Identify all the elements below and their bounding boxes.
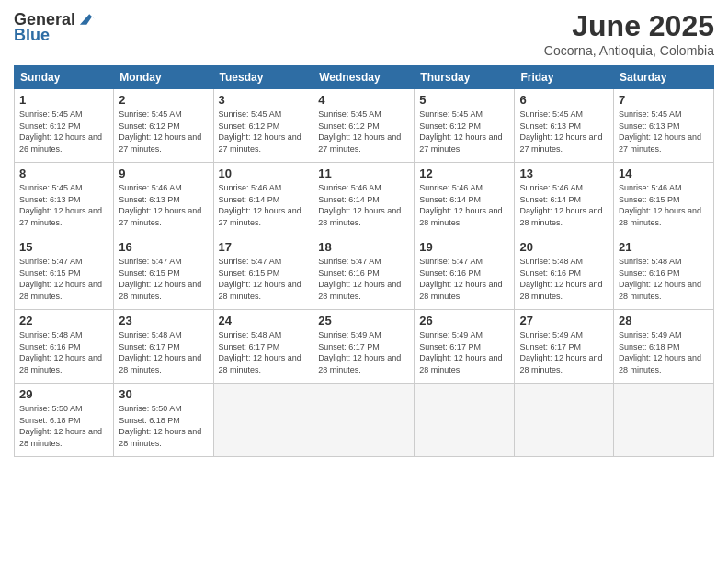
day-number: 4 [318,93,409,107]
calendar-cell: 14Sunrise: 5:46 AMSunset: 6:15 PMDayligh… [614,163,714,236]
calendar-cell: 9Sunrise: 5:46 AMSunset: 6:13 PMDaylight… [114,163,213,236]
calendar-cell [614,384,714,457]
calendar-cell: 15Sunrise: 5:47 AMSunset: 6:15 PMDayligh… [15,236,114,310]
subtitle: Cocorna, Antioquia, Colombia [544,43,714,58]
day-number: 16 [119,240,208,254]
col-header-wednesday: Wednesday [313,66,415,89]
day-info: Sunrise: 5:46 AMSunset: 6:14 PMDaylight:… [318,182,409,228]
day-number: 3 [219,93,309,107]
calendar-cell [313,384,415,457]
day-number: 30 [119,387,208,401]
calendar-cell: 4Sunrise: 5:45 AMSunset: 6:12 PMDaylight… [313,89,415,163]
day-number: 10 [219,167,309,180]
day-info: Sunrise: 5:46 AMSunset: 6:14 PMDaylight:… [219,182,309,228]
day-number: 11 [318,167,409,180]
day-info: Sunrise: 5:49 AMSunset: 6:17 PMDaylight:… [318,329,409,375]
calendar-cell: 27Sunrise: 5:49 AMSunset: 6:17 PMDayligh… [515,310,614,384]
calendar-week-row: 15Sunrise: 5:47 AMSunset: 6:15 PMDayligh… [15,236,714,310]
day-info: Sunrise: 5:45 AMSunset: 6:12 PMDaylight:… [219,109,309,155]
day-info: Sunrise: 5:45 AMSunset: 6:12 PMDaylight:… [318,109,409,155]
day-info: Sunrise: 5:46 AMSunset: 6:14 PMDaylight:… [519,182,609,228]
col-header-thursday: Thursday [415,66,515,89]
day-number: 23 [119,314,208,327]
day-info: Sunrise: 5:49 AMSunset: 6:18 PMDaylight:… [619,329,709,375]
day-number: 17 [219,240,309,254]
calendar-cell: 21Sunrise: 5:48 AMSunset: 6:16 PMDayligh… [614,236,714,310]
title-block: June 2025 Cocorna, Antioquia, Colombia [544,9,714,58]
day-number: 1 [19,93,108,107]
calendar-cell: 1Sunrise: 5:45 AMSunset: 6:12 PMDaylight… [15,89,114,163]
calendar-cell: 30Sunrise: 5:50 AMSunset: 6:18 PMDayligh… [114,384,213,457]
col-header-friday: Friday [515,66,614,89]
calendar-cell: 29Sunrise: 5:50 AMSunset: 6:18 PMDayligh… [15,384,114,457]
calendar-cell: 2Sunrise: 5:45 AMSunset: 6:12 PMDaylight… [114,89,213,163]
calendar-cell: 13Sunrise: 5:46 AMSunset: 6:14 PMDayligh… [515,163,614,236]
day-info: Sunrise: 5:48 AMSunset: 6:16 PMDaylight:… [519,256,609,302]
day-info: Sunrise: 5:49 AMSunset: 6:17 PMDaylight:… [419,329,509,375]
day-number: 7 [619,93,709,107]
day-number: 12 [419,167,509,180]
day-info: Sunrise: 5:47 AMSunset: 6:15 PMDaylight:… [219,256,309,302]
day-info: Sunrise: 5:45 AMSunset: 6:12 PMDaylight:… [119,109,208,155]
day-info: Sunrise: 5:47 AMSunset: 6:15 PMDaylight:… [119,256,208,302]
day-info: Sunrise: 5:47 AMSunset: 6:15 PMDaylight:… [19,256,108,302]
header: General Blue June 2025 Cocorna, Antioqui… [14,9,714,58]
day-number: 18 [318,240,409,254]
day-number: 5 [419,93,509,107]
calendar-week-row: 29Sunrise: 5:50 AMSunset: 6:18 PMDayligh… [15,384,714,457]
col-header-saturday: Saturday [614,66,714,89]
day-number: 14 [619,167,709,180]
day-number: 24 [219,314,309,327]
calendar-cell: 19Sunrise: 5:47 AMSunset: 6:16 PMDayligh… [415,236,515,310]
day-number: 8 [19,167,108,180]
day-info: Sunrise: 5:45 AMSunset: 6:13 PMDaylight:… [619,109,709,155]
col-header-sunday: Sunday [15,66,114,89]
day-number: 6 [519,93,609,107]
calendar-cell: 10Sunrise: 5:46 AMSunset: 6:14 PMDayligh… [213,163,313,236]
month-title: June 2025 [544,9,714,43]
day-number: 19 [419,240,509,254]
day-number: 15 [19,240,108,254]
calendar-header-row: SundayMondayTuesdayWednesdayThursdayFrid… [15,66,714,89]
calendar-week-row: 8Sunrise: 5:45 AMSunset: 6:13 PMDaylight… [15,163,714,236]
day-number: 2 [119,93,208,107]
calendar-cell: 11Sunrise: 5:46 AMSunset: 6:14 PMDayligh… [313,163,415,236]
day-number: 27 [519,314,609,327]
calendar-cell: 18Sunrise: 5:47 AMSunset: 6:16 PMDayligh… [313,236,415,310]
day-info: Sunrise: 5:47 AMSunset: 6:16 PMDaylight:… [419,256,509,302]
page: General Blue June 2025 Cocorna, Antioqui… [0,0,728,563]
calendar-cell: 8Sunrise: 5:45 AMSunset: 6:13 PMDaylight… [15,163,114,236]
day-info: Sunrise: 5:48 AMSunset: 6:17 PMDaylight:… [219,329,309,375]
day-info: Sunrise: 5:45 AMSunset: 6:13 PMDaylight:… [519,109,609,155]
day-info: Sunrise: 5:48 AMSunset: 6:17 PMDaylight:… [119,329,208,375]
day-info: Sunrise: 5:46 AMSunset: 6:15 PMDaylight:… [619,182,709,228]
calendar-cell [415,384,515,457]
calendar-cell: 17Sunrise: 5:47 AMSunset: 6:15 PMDayligh… [213,236,313,310]
day-info: Sunrise: 5:46 AMSunset: 6:14 PMDaylight:… [419,182,509,228]
calendar-cell: 26Sunrise: 5:49 AMSunset: 6:17 PMDayligh… [415,310,515,384]
day-number: 22 [19,314,108,327]
day-number: 29 [19,387,108,401]
calendar-week-row: 1Sunrise: 5:45 AMSunset: 6:12 PMDaylight… [15,89,714,163]
day-info: Sunrise: 5:47 AMSunset: 6:16 PMDaylight:… [318,256,409,302]
day-info: Sunrise: 5:45 AMSunset: 6:13 PMDaylight:… [19,182,108,228]
calendar-cell: 24Sunrise: 5:48 AMSunset: 6:17 PMDayligh… [213,310,313,384]
calendar-cell: 6Sunrise: 5:45 AMSunset: 6:13 PMDaylight… [515,89,614,163]
calendar-cell: 28Sunrise: 5:49 AMSunset: 6:18 PMDayligh… [614,310,714,384]
day-number: 13 [519,167,609,180]
logo-icon [77,9,97,29]
calendar-cell: 3Sunrise: 5:45 AMSunset: 6:12 PMDaylight… [213,89,313,163]
day-number: 21 [619,240,709,254]
day-info: Sunrise: 5:46 AMSunset: 6:13 PMDaylight:… [119,182,208,228]
day-number: 28 [619,314,709,327]
day-number: 20 [519,240,609,254]
calendar-cell: 12Sunrise: 5:46 AMSunset: 6:14 PMDayligh… [415,163,515,236]
calendar-cell [515,384,614,457]
day-info: Sunrise: 5:48 AMSunset: 6:16 PMDaylight:… [619,256,709,302]
col-header-tuesday: Tuesday [213,66,313,89]
day-number: 26 [419,314,509,327]
calendar-cell: 25Sunrise: 5:49 AMSunset: 6:17 PMDayligh… [313,310,415,384]
day-info: Sunrise: 5:48 AMSunset: 6:16 PMDaylight:… [19,329,108,375]
calendar-cell: 22Sunrise: 5:48 AMSunset: 6:16 PMDayligh… [15,310,114,384]
logo: General Blue [14,9,97,45]
